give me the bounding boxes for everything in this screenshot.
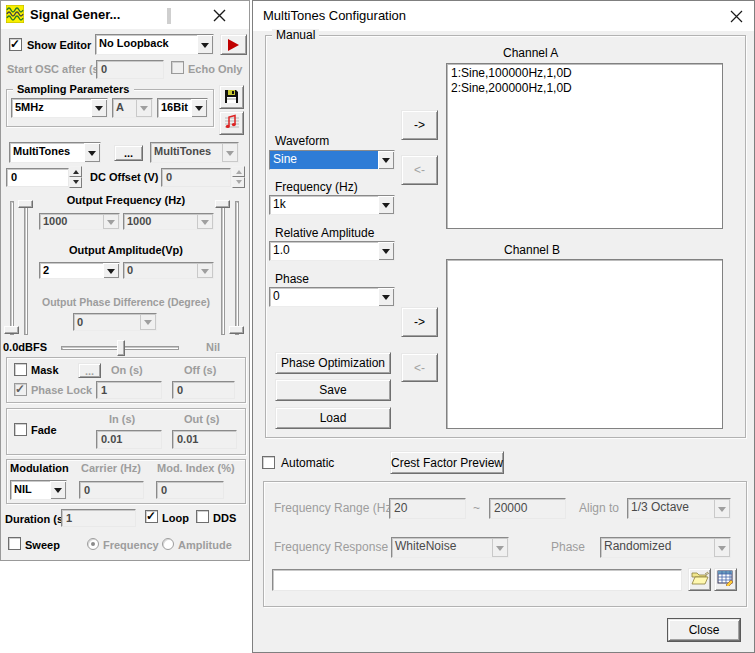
chevron-down-icon[interactable]	[378, 288, 394, 306]
channel-b-listbox[interactable]	[446, 259, 723, 429]
chevron-down-icon	[197, 214, 213, 229]
chevron-down-icon[interactable]	[378, 242, 394, 260]
start-osc-label: Start OSC after (s)	[7, 63, 102, 76]
level-slider-track-left-outer[interactable]	[10, 201, 14, 335]
start-button[interactable]	[220, 34, 247, 55]
relative-amplitude-select[interactable]: 1.0	[269, 241, 395, 261]
echo-only-label: Echo Only	[188, 63, 242, 76]
loopback-select[interactable]: No Loopback	[95, 34, 214, 55]
level-slider-thumb-right-inner[interactable]	[215, 200, 230, 208]
chevron-down-icon[interactable]	[197, 35, 213, 54]
output-amplitude-label: Output Amplitude(Vp)	[41, 244, 211, 257]
level-slider-track-right-inner[interactable]	[221, 201, 225, 335]
fade-label: Fade	[31, 424, 57, 437]
chevron-down-icon[interactable]	[50, 481, 66, 499]
wave-config-button[interactable]: ...	[114, 145, 143, 161]
spin-up-icon[interactable]	[69, 166, 82, 177]
loop-checkbox[interactable]	[145, 510, 158, 523]
channel-a-listbox[interactable]: 1:Sine,100000Hz,1,0D 2:Sine,200000Hz,1,0…	[446, 63, 723, 229]
automatic-label: Automatic	[281, 457, 334, 470]
level-slider-thumb-right-outer[interactable]	[229, 326, 244, 334]
bit-depth-select[interactable]: 16Bit	[157, 98, 208, 118]
frequency-select[interactable]: 1k	[269, 195, 395, 215]
spin-down-icon[interactable]	[69, 177, 82, 188]
show-editor-checkbox[interactable]	[9, 38, 22, 51]
close-button[interactable]: Close	[668, 619, 740, 641]
sweep-label: Sweep	[25, 539, 60, 552]
close-icon[interactable]	[730, 10, 743, 26]
chevron-down-icon[interactable]	[378, 196, 394, 214]
nil-label: Nil	[206, 341, 220, 354]
dc-offset-a-field[interactable]: 0	[6, 168, 69, 187]
signal-generator-window: Signal Gener... Show Editor No Loopback …	[0, 0, 250, 561]
duration-field: 1	[61, 509, 136, 527]
dc-offset-label: DC Offset (V)	[90, 171, 158, 184]
mask-on-label: On (s)	[111, 364, 143, 377]
open-file-button[interactable]	[688, 568, 711, 591]
frequency-b-select: 1000	[123, 213, 214, 230]
save-button[interactable]: Save	[275, 379, 391, 401]
close-icon[interactable]	[213, 9, 226, 24]
dc-offset-a-stepper[interactable]	[69, 166, 82, 188]
mask-checkbox[interactable]	[14, 363, 27, 376]
phase-mode-label: Phase	[551, 541, 585, 554]
range-to-field: 20000	[489, 498, 566, 519]
folder-open-icon	[691, 571, 709, 588]
relative-amplitude-label: Relative Amplitude	[275, 227, 374, 240]
chevron-down-icon[interactable]	[191, 99, 207, 117]
file-path-field[interactable]	[272, 569, 682, 591]
phase-select[interactable]: 0	[269, 287, 395, 307]
channel-a-label: Channel A	[503, 47, 558, 60]
window-title: Signal Gener...	[30, 8, 120, 21]
dc-offset-b-field: 0	[161, 168, 231, 187]
list-item[interactable]: 1:Sine,100000Hz,1,0D	[451, 66, 718, 81]
multitones-titlebar: MultiTones Configuration	[253, 1, 754, 31]
dbfs-label: 0.0dBFS	[3, 341, 47, 354]
frequency-label: Frequency (Hz)	[275, 181, 358, 194]
add-to-channel-b-button[interactable]: ->	[401, 307, 438, 337]
fade-out-field: 0.01	[172, 430, 237, 449]
align-to-select: 1/3 Octave	[627, 498, 731, 519]
automatic-checkbox[interactable]	[262, 456, 275, 469]
output-frequency-label: Output Frequency (Hz)	[41, 194, 211, 207]
amplitude-a-select[interactable]: 2	[39, 262, 120, 279]
remove-from-channel-a-button: <-	[401, 155, 438, 185]
mask-label: Mask	[31, 364, 59, 377]
sweep-checkbox[interactable]	[8, 537, 21, 550]
phase-optimization-button[interactable]: Phase Optimization	[275, 352, 391, 374]
level-slider-thumb-left-outer[interactable]	[4, 326, 19, 334]
mod-index-label: Mod. Index (%)	[157, 462, 235, 475]
load-button[interactable]: Load	[275, 407, 391, 429]
wave-type-a-select[interactable]: MultiTones	[9, 142, 101, 163]
dds-checkbox[interactable]	[196, 510, 209, 523]
chevron-down-icon[interactable]	[84, 143, 100, 162]
mask-off-label: Off (s)	[184, 364, 216, 377]
start-osc-field: 0	[96, 60, 164, 79]
sample-rate-select[interactable]: 5MHz	[11, 98, 108, 118]
list-item[interactable]: 2:Sine,200000Hz,1,0D	[451, 81, 718, 96]
modulation-label: Modulation	[10, 462, 69, 475]
dbfs-slider-thumb[interactable]	[117, 340, 125, 356]
save-signal-button[interactable]	[219, 85, 244, 109]
crest-factor-preview-button[interactable]: Crest Factor Preview	[390, 451, 504, 474]
add-to-channel-a-button[interactable]: ->	[401, 110, 438, 140]
tone-editor-button[interactable]	[219, 111, 244, 135]
level-slider-track-right-outer[interactable]	[235, 201, 239, 335]
remove-from-channel-b-button: <-	[401, 353, 438, 382]
echo-only-checkbox	[171, 61, 184, 74]
signal-generator-titlebar: Signal Gener...	[1, 1, 249, 29]
dds-label: DDS	[213, 512, 236, 525]
chevron-down-icon[interactable]	[91, 99, 107, 117]
phase-difference-select: 0	[73, 313, 157, 331]
level-slider-thumb-left-inner[interactable]	[18, 200, 33, 208]
play-icon	[228, 39, 245, 51]
dialog-title: MultiTones Configuration	[263, 9, 406, 22]
chevron-down-icon[interactable]	[378, 151, 394, 169]
level-slider-track-left-inner[interactable]	[24, 201, 28, 335]
waveform-select[interactable]: Sine	[269, 150, 395, 170]
edit-table-button[interactable]	[714, 568, 737, 591]
chevron-down-icon[interactable]	[103, 263, 119, 278]
chevron-down-icon	[140, 314, 156, 330]
fade-checkbox[interactable]	[14, 423, 27, 436]
modulation-select[interactable]: NIL	[10, 480, 67, 500]
